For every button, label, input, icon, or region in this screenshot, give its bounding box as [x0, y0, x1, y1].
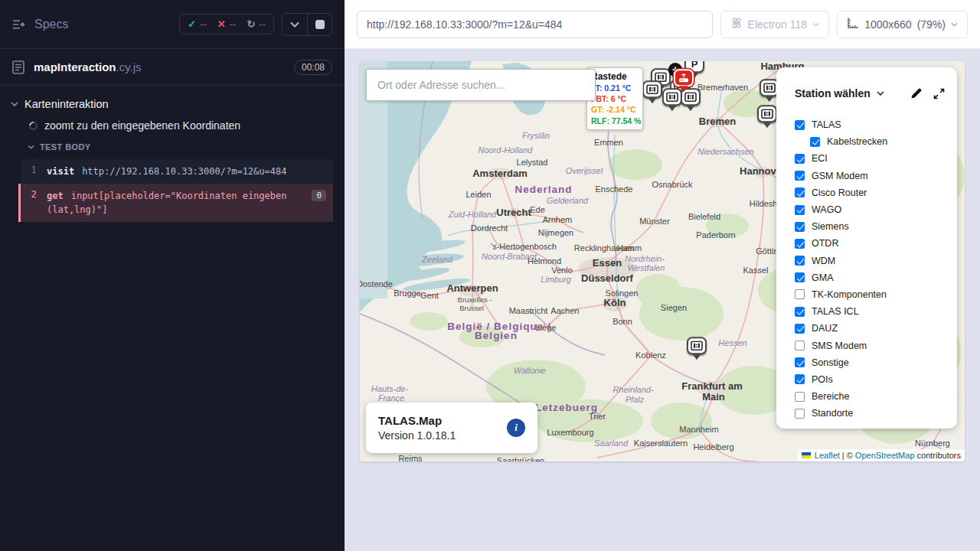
- app-version: Version 1.0.18.1: [378, 429, 456, 442]
- reporter-header: Specs ✓--✕--↻--: [0, 0, 345, 49]
- viewport-size-button[interactable]: 1000x660 (79%): [837, 11, 968, 38]
- filter-eci[interactable]: ECI: [795, 150, 957, 167]
- element-count-badge: 0: [312, 190, 326, 201]
- expand-fullscreen-icon[interactable]: [933, 88, 945, 99]
- app-title: TALAS.Map: [378, 414, 456, 427]
- filter-wdm[interactable]: WDM: [795, 253, 957, 269]
- test-running-spinner-icon: [28, 119, 39, 131]
- filter-kabelstrecken[interactable]: Kabelstrecken: [810, 133, 957, 150]
- browser-selector[interactable]: Electron 118: [720, 11, 830, 38]
- suite-karteninteraktion[interactable]: Karteninteraktion: [0, 93, 345, 115]
- edit-pencil-icon[interactable]: [910, 87, 923, 99]
- checkbox[interactable]: [810, 137, 820, 147]
- cypress-reporter: Specs ✓--✕--↻-- mapInteraction.cy.js 00:…: [0, 0, 345, 551]
- stop-button[interactable]: [307, 14, 332, 35]
- test-body-section[interactable]: TEST BODY: [0, 136, 345, 156]
- chevron-down-icon: [951, 22, 958, 27]
- stat-refresh: ↻--: [247, 18, 266, 30]
- checkbox[interactable]: [795, 307, 805, 317]
- station-marker[interactable]: [757, 105, 777, 132]
- checkbox[interactable]: [795, 409, 805, 419]
- station-marker[interactable]: [642, 80, 662, 108]
- chevron-down-icon: [812, 22, 819, 27]
- reporter-controls: [282, 13, 332, 36]
- specs-menu-icon[interactable]: [12, 19, 25, 30]
- station-panel: Station wählen TALASKabelstreck: [776, 67, 957, 429]
- filter-standorte[interactable]: Standorte: [795, 405, 957, 422]
- osm-link[interactable]: OpenStreetMap: [855, 451, 915, 460]
- checkbox[interactable]: [795, 341, 805, 350]
- checkbox[interactable]: [795, 222, 805, 232]
- checkbox[interactable]: [795, 289, 805, 299]
- map-attribution: Leaflet | © OpenStreetMap contributors: [798, 449, 965, 461]
- checkbox[interactable]: [795, 357, 805, 367]
- station-marker[interactable]: [687, 337, 707, 364]
- stop-icon: [315, 20, 325, 29]
- command-log: 1visithttp://192.168.10.33:3000/?m=12&u=…: [21, 159, 333, 222]
- filter-bereiche[interactable]: Bereiche: [795, 388, 957, 405]
- filter-talas-icl[interactable]: TALAS ICL: [795, 303, 957, 320]
- filter-wago[interactable]: WAGO: [795, 201, 957, 218]
- checkbox[interactable]: [795, 120, 805, 130]
- checkbox[interactable]: [795, 205, 805, 215]
- filter-gsm-modem[interactable]: GSM Modem: [795, 168, 957, 184]
- ukraine-flag-icon: [802, 452, 811, 458]
- checkbox[interactable]: [795, 154, 805, 164]
- test-stats: ✓--✕--↻--: [179, 14, 274, 34]
- station-panel-header: Station wählen: [776, 87, 957, 112]
- filter-siemens[interactable]: Siemens: [795, 218, 957, 235]
- checkbox[interactable]: [795, 239, 805, 249]
- spec-file-row[interactable]: mapInteraction.cy.js 00:08: [0, 49, 345, 86]
- specs-title[interactable]: Specs: [34, 18, 68, 31]
- ruler-icon: [847, 17, 859, 31]
- alarm-station-marker[interactable]: [674, 69, 694, 96]
- version-box: TALAS.Map Version 1.0.18.1 i: [366, 403, 537, 453]
- test-tree: Karteninteraktion zoomt zu den eingegebe…: [0, 86, 345, 222]
- map-search-input[interactable]: [366, 69, 596, 101]
- chevron-down-icon: [877, 91, 884, 96]
- electron-icon: [730, 17, 743, 32]
- tooltip-row: RLF: 77.54 %: [591, 116, 639, 126]
- spec-duration-badge: 00:08: [294, 60, 332, 75]
- filter-pois[interactable]: POIs: [795, 371, 957, 388]
- leaflet-link[interactable]: Leaflet: [815, 451, 840, 460]
- cross-icon: ✕: [217, 18, 226, 30]
- tooltip-values: LT: 0.21 °CFBT: 6 °CGT: -2.14 °CRLF: 77.…: [591, 83, 639, 126]
- station-select-dropdown[interactable]: Station wählen: [795, 87, 884, 99]
- tooltip-title: Rastede: [591, 71, 639, 82]
- collapse-tests-button[interactable]: [283, 14, 307, 35]
- checkbox[interactable]: [795, 392, 805, 402]
- tooltip-row: LT: 0.21 °C: [591, 83, 639, 93]
- viewport-stage: HamburgBremerhavenBremenNiedersachsenHan…: [345, 49, 980, 551]
- stat-cross: ✕--: [217, 18, 237, 30]
- tooltip-row: GT: -2.14 °C: [591, 104, 639, 115]
- checkbox[interactable]: [795, 272, 805, 282]
- filter-otdr[interactable]: OTDR: [795, 235, 957, 252]
- station-filter-list: TALASKabelstreckenECIGSM ModemCisco Rout…: [776, 112, 957, 422]
- tooltip-row: FBT: 6 °C: [591, 93, 639, 104]
- command-get[interactable]: 2getinput[placeholder="Koordinaten einge…: [18, 184, 333, 222]
- url-input[interactable]: http://192.168.10.33:3000/?m=12&u=484: [357, 11, 713, 38]
- checkbox[interactable]: [795, 324, 805, 334]
- spec-file-icon: [12, 60, 24, 74]
- command-visit[interactable]: 1visithttp://192.168.10.33:3000/?m=12&u=…: [21, 159, 333, 184]
- checkbox[interactable]: [795, 171, 805, 181]
- filter-sms-modem[interactable]: SMS Modem: [795, 337, 957, 354]
- map-search: [366, 69, 596, 101]
- stat-check: ✓--: [188, 18, 207, 30]
- leaflet-map[interactable]: HamburgBremerhavenBremenNiedersachsenHan…: [360, 61, 965, 461]
- test-zoomt-zu-koordinaten[interactable]: zoomt zu den eingegebenen Koordinaten: [0, 115, 345, 136]
- checkbox[interactable]: [795, 374, 805, 384]
- filter-dauz[interactable]: DAUZ: [795, 320, 957, 337]
- filter-tk-komponenten[interactable]: TK-Komponenten: [795, 286, 957, 303]
- filter-gma[interactable]: GMA: [795, 269, 957, 286]
- filter-talas[interactable]: TALAS: [795, 116, 957, 133]
- filter-sonstige[interactable]: Sonstige: [795, 354, 957, 371]
- check-icon: ✓: [188, 18, 196, 30]
- checkbox[interactable]: [795, 187, 805, 197]
- cypress-app: Specs ✓--✕--↻-- mapInteraction.cy.js 00:…: [0, 0, 980, 551]
- filter-cisco-router[interactable]: Cisco Router: [795, 184, 957, 201]
- browser-toolbar: http://192.168.10.33:3000/?m=12&u=484 El…: [345, 0, 980, 49]
- checkbox[interactable]: [795, 256, 805, 266]
- info-button[interactable]: i: [507, 419, 525, 437]
